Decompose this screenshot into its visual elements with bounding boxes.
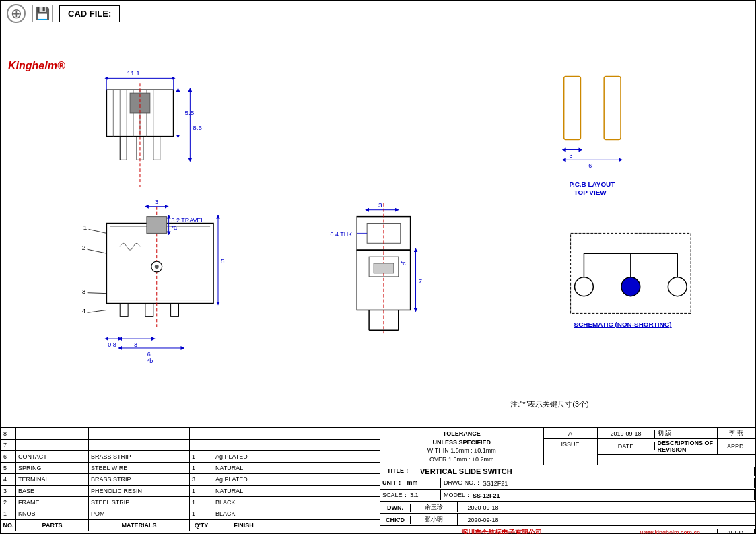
drwg-cell: DRWG NO.： SS12F21 (441, 478, 755, 488)
save-icon[interactable]: 💾 (32, 5, 53, 22)
bom-parts-1: KNOB (16, 508, 89, 519)
rev-date-a: ISSUE (544, 439, 597, 450)
svg-text:3: 3 (82, 288, 86, 295)
bom-fin-5: NATURAL (213, 463, 274, 473)
unit-drwg-row: UNIT： mm DRWG NO.： SS12F21 (380, 477, 755, 490)
drwg-label: DRWG NO.： (444, 479, 481, 488)
bom-fin-1: BLACK (213, 508, 274, 519)
company-row: 深圳市金航标电子有限公司 www.kinghelm.com.cn APPD. (380, 526, 755, 534)
bom-qty-2: 1 (190, 497, 213, 508)
svg-line-32 (89, 229, 107, 233)
bom-qty-5: 1 (190, 463, 213, 473)
rev-appd-header: APPD. (718, 442, 755, 450)
company-website: www.kinghelm.com.cn (623, 529, 718, 534)
rev-desc-header: DESCRIPTIONS OF REVISION (655, 439, 718, 454)
bom-mat-7 (89, 440, 190, 450)
bom-mat-1: POM (89, 508, 190, 519)
bom-header-materials: MATERIALS (89, 520, 190, 531)
title-row: TITLE： VERTICAL SLIDE SWITCH (380, 465, 755, 477)
svg-text:4: 4 (82, 307, 86, 314)
bom-fin-6: Ag PLATED (213, 451, 274, 462)
svg-rect-25 (147, 217, 167, 234)
bom-mat-4: BRASS STRIP (89, 474, 190, 485)
right-info-block: TOLERANCE UNLESS SPECIFIED WITHIN 1.5mm … (380, 428, 755, 534)
bom-mat-5: STEEL WIRE (89, 463, 190, 473)
rev-appd-val: 李 燕 (718, 428, 755, 438)
dwn-person: 余玉珍 (411, 502, 458, 512)
svg-text:3: 3 (134, 341, 137, 348)
bom-mat-3: PHENOLIC RESIN (89, 486, 190, 496)
svg-point-77 (575, 277, 594, 296)
rev-date-header: DATE (598, 442, 655, 450)
svg-text:2: 2 (82, 244, 86, 251)
bom-row-2: 2 FRAME STEEL STRIP 1 BLACK (1, 497, 380, 508)
chkd-date: 2020-09-18 (458, 516, 508, 524)
bom-fin-2: BLACK (213, 497, 274, 508)
svg-text:8.6: 8.6 (193, 124, 202, 131)
bom-parts-8 (16, 428, 89, 439)
svg-text:3: 3 (570, 152, 573, 159)
issue-date-block: A ISSUE (544, 428, 598, 465)
bom-no-5: 5 (1, 463, 16, 473)
svg-point-79 (668, 277, 687, 296)
chkd-row: CHK'D 张小明 2020-09-18 (380, 514, 755, 526)
bom-parts-2: FRAME (16, 497, 89, 508)
bom-row-4: 4 TERMINAL BRASS STRIP 3 Ag PLATED (1, 474, 380, 486)
bom-mat-8 (89, 428, 190, 439)
bom-no-6: 6 (1, 451, 16, 462)
rev-date-val: 2019-09-18 (598, 430, 655, 438)
target-icon: ⊕ (7, 4, 26, 23)
appd-label-cell: APPD. (718, 529, 755, 534)
model-label: MODEL： (444, 491, 471, 500)
tol-line2: OVER 1.5mm : ±0.2mm (383, 455, 541, 464)
bom-qty-1: 1 (190, 508, 213, 519)
svg-rect-69 (564, 76, 581, 139)
svg-text:3: 3 (155, 198, 159, 205)
svg-text:*a: *a (172, 224, 177, 231)
title-label: TITLE： (380, 466, 417, 476)
bom-mat-2: STEEL STRIP (89, 497, 190, 508)
bom-qty-3: 1 (190, 486, 213, 496)
bom-parts-4: TERMINAL (16, 474, 89, 485)
model-value: SS-12F21 (473, 492, 500, 499)
bom-no-3: 3 (1, 486, 16, 496)
drwg-value: SS12F21 (483, 480, 508, 487)
svg-rect-27 (145, 304, 153, 317)
rev-desc-val: 初 版 (655, 428, 718, 438)
main-container: ⊕ 💾 CAD FILE: Kinghelm® (0, 0, 756, 534)
scale-label: SCALE： (382, 492, 409, 498)
bom-parts-5: SPRING (16, 463, 89, 473)
bom-row-7: 7 (1, 440, 380, 451)
bom-row-6: 6 CONTACT BRASS STRIP 1 Ag PLATED (1, 451, 380, 463)
bom-section: 8 7 6 CONTACT BRASS STRIP (1, 428, 380, 534)
bom-qty-4: 3 (190, 474, 213, 485)
rev-header-row: DATE DESCRIPTIONS OF REVISION APPD. (598, 439, 755, 455)
unit-label: UNIT： mm (380, 478, 441, 488)
tol-title: TOLERANCE (383, 430, 541, 438)
bom-mat-6: BRASS STRIP (89, 451, 190, 462)
cad-file-label: CAD FILE: (59, 5, 120, 22)
dwn-date: 2020-09-18 (458, 504, 508, 512)
bom-parts-6: CONTACT (16, 451, 89, 462)
tol-line1: WITHIN 1.5mm : ±0.1mm (383, 446, 541, 455)
bom-no-2: 2 (1, 497, 16, 508)
bom-header-no: NO. (1, 520, 16, 531)
unit-label-text: UNIT： (382, 479, 403, 486)
bom-header-parts: PARTS (16, 520, 89, 531)
technical-drawing-svg: 11.1 5.5 8.6 (1, 26, 755, 427)
bom-fin-8 (213, 428, 274, 439)
svg-text:*c: *c (401, 260, 406, 267)
bom-qty-8 (190, 428, 213, 439)
rev-issue-a: A (544, 428, 597, 439)
rev-row-1: 2019-09-18 初 版 李 燕 (598, 428, 755, 439)
svg-rect-28 (171, 304, 179, 317)
tol-subtitle: UNLESS SPECIFIED (383, 438, 541, 447)
svg-text:*b: *b (147, 358, 153, 364)
scale-cell: SCALE： 3:1 (380, 490, 441, 500)
chkd-person: 张小明 (411, 514, 458, 525)
bom-fin-3: NATURAL (213, 486, 274, 496)
bom-row-8: 8 (1, 428, 380, 440)
svg-text:0.4 THK: 0.4 THK (331, 231, 353, 238)
svg-point-30 (155, 265, 159, 269)
bom-row-3: 3 BASE PHENOLIC RESIN 1 NATURAL (1, 486, 380, 497)
